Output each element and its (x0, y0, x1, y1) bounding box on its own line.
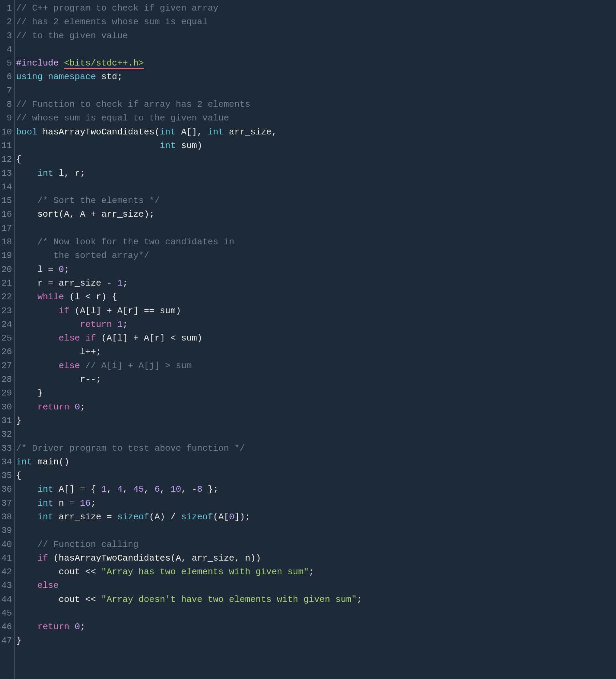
line-number: 17 (1, 221, 12, 235)
code-token: 16 (80, 498, 90, 508)
code-token: 1 (117, 319, 123, 330)
code-token (16, 209, 37, 219)
code-token: // A[i] + A[j] > sum (85, 361, 192, 371)
code-token: (A[l] + A[r] < sum) (96, 333, 202, 343)
code-line[interactable]: sort(A, A + arr_size); (16, 207, 616, 221)
code-token (16, 196, 37, 206)
code-line[interactable] (16, 428, 616, 441)
line-number: 31 (1, 414, 12, 428)
code-token: (A) / (149, 512, 181, 522)
code-line[interactable]: // to the given value (16, 29, 616, 43)
code-token: int (38, 512, 54, 522)
code-line[interactable]: int n = 16; (16, 496, 616, 510)
code-line[interactable]: // Function calling (16, 538, 616, 551)
code-line[interactable]: cout << "Array has two elements with giv… (16, 565, 616, 579)
code-editor[interactable]: 1234567891011121314151617181920212223242… (0, 0, 616, 679)
line-number: 32 (1, 428, 12, 441)
line-number-gutter: 1234567891011121314151617181920212223242… (0, 0, 15, 679)
code-line[interactable]: while (l < r) { (16, 290, 616, 304)
line-number: 26 (1, 345, 12, 359)
code-token: // has 2 elements whose sum is equal (16, 17, 208, 27)
code-line[interactable]: return 0; (16, 400, 616, 414)
code-line[interactable]: bool hasArrayTwoCandidates(int A[], int … (16, 125, 616, 139)
code-line[interactable]: /* Sort the elements */ (16, 194, 616, 207)
code-line[interactable]: l++; (16, 345, 616, 359)
code-line[interactable]: // whose sum is equal to the given value (16, 111, 616, 125)
code-token: "Array doesn't have two elements with gi… (101, 594, 357, 605)
code-token: main (38, 457, 59, 467)
line-number: 29 (1, 386, 12, 400)
line-number: 5 (1, 56, 12, 70)
code-line[interactable]: int A[] = { 1, 4, 45, 6, 10, -8 }; (16, 482, 616, 496)
code-token (16, 484, 37, 494)
code-token: l = (16, 264, 59, 275)
code-line[interactable]: } (16, 414, 616, 428)
code-token: 4 (117, 484, 123, 494)
code-line[interactable]: the sorted array*/ (16, 249, 616, 262)
line-number: 40 (1, 538, 12, 551)
line-number: 18 (1, 235, 12, 249)
code-line[interactable]: r = arr_size - 1; (16, 276, 616, 290)
code-line[interactable]: // C++ program to check if given array (16, 1, 616, 15)
code-line[interactable]: } (16, 634, 616, 648)
code-token (43, 72, 48, 82)
code-line[interactable]: /* Driver program to test above function… (16, 442, 616, 455)
code-token: 10 (171, 484, 181, 494)
code-line[interactable]: cout << "Array doesn't have two elements… (16, 593, 616, 606)
line-number: 13 (1, 167, 12, 180)
code-token: 6 (155, 484, 160, 494)
code-token: ; (122, 278, 128, 288)
code-token: sort (38, 209, 59, 219)
code-line[interactable]: #include <bits/stdc++.h> (16, 56, 616, 70)
code-token (16, 333, 59, 343)
code-token: (A[ (213, 512, 229, 522)
code-line[interactable] (16, 221, 616, 235)
code-line[interactable]: int l, r; (16, 167, 616, 180)
code-token: , - (181, 484, 197, 494)
code-line[interactable]: l = 0; (16, 263, 616, 276)
code-token: /* Sort the elements */ (38, 196, 160, 206)
line-number: 30 (1, 400, 12, 414)
code-line[interactable]: else if (A[l] + A[r] < sum) (16, 331, 616, 345)
code-line[interactable] (16, 180, 616, 194)
code-token (16, 580, 37, 591)
code-line[interactable]: // Function to check if array has 2 elem… (16, 98, 616, 111)
code-line[interactable]: } (16, 386, 616, 400)
code-line[interactable] (16, 524, 616, 537)
code-token: // Function to check if array has 2 elem… (16, 99, 250, 110)
code-line[interactable]: else (16, 579, 616, 592)
code-token (112, 319, 117, 330)
code-line[interactable]: r--; (16, 373, 616, 386)
code-line[interactable]: if (hasArrayTwoCandidates(A, arr_size, n… (16, 551, 616, 565)
code-line[interactable]: return 1; (16, 318, 616, 331)
line-number: 11 (1, 139, 12, 153)
code-token: A[], (176, 127, 208, 137)
code-line[interactable]: return 0; (16, 620, 616, 634)
code-area[interactable]: // C++ program to check if given array//… (15, 0, 616, 679)
code-token (16, 402, 37, 412)
code-token: return (38, 402, 70, 412)
code-token: ( (48, 553, 59, 563)
code-line[interactable]: if (A[l] + A[r] == sum) (16, 304, 616, 318)
code-token: <bits/stdc++.h> (64, 58, 144, 69)
code-line[interactable]: int arr_size = sizeof(A) / sizeof(A[0]); (16, 510, 616, 524)
code-line[interactable] (16, 84, 616, 98)
code-line[interactable]: else // A[i] + A[j] > sum (16, 359, 616, 373)
code-line[interactable]: int main() (16, 455, 616, 469)
code-token: } (16, 636, 21, 646)
code-line[interactable]: { (16, 153, 616, 166)
code-line[interactable]: { (16, 469, 616, 482)
code-token: sum) (176, 141, 202, 151)
code-token: , (144, 484, 155, 494)
code-line[interactable]: using namespace std; (16, 70, 616, 84)
code-token: (l < r) { (64, 292, 117, 302)
code-line[interactable]: /* Now look for the two candidates in (16, 235, 616, 249)
code-line[interactable] (16, 43, 616, 56)
code-token: #include (16, 58, 64, 68)
code-line[interactable]: int sum) (16, 139, 616, 153)
code-token: 1 (101, 484, 107, 494)
line-number: 41 (1, 551, 12, 565)
code-line[interactable]: // has 2 elements whose sum is equal (16, 15, 616, 29)
code-token: ; (64, 264, 70, 275)
code-line[interactable] (16, 606, 616, 620)
